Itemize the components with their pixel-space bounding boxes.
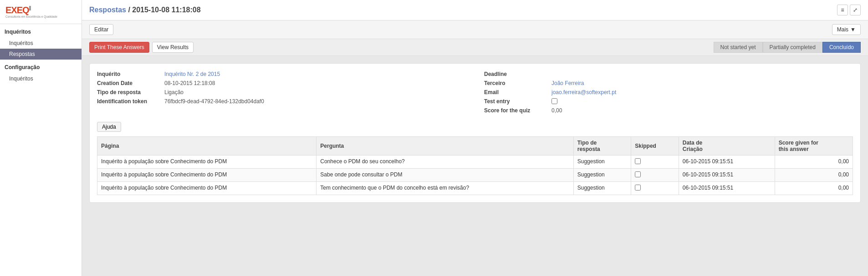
cell-page-0: Inquérito à população sobre Conhecimento…: [97, 156, 317, 169]
cell-date-1: 06-10-2015 09:15:51: [679, 169, 775, 182]
view-results-button[interactable]: View Results: [152, 42, 194, 53]
cell-page-1: Inquérito à população sobre Conhecimento…: [97, 169, 317, 182]
list-icon-button[interactable]: ≡: [837, 5, 848, 15]
logo-subtitle: Consultoria em Excelência e Qualidade: [5, 15, 76, 18]
sidebar: EXEQ|| Consultoria em Excelência e Quali…: [0, 0, 82, 276]
sidebar-section-title-inquéritos[interactable]: Inquéritos: [0, 26, 82, 38]
sidebar-section-inquéritos: Inquéritos Inquéritos Respostas: [0, 26, 82, 60]
label-token: Identification token: [97, 98, 161, 105]
breadcrumb: Respostas / 2015-10-08 11:18:08: [89, 6, 201, 14]
label-deadline: Deadline: [484, 71, 548, 77]
col-skipped: Skipped: [631, 137, 679, 156]
label-creation: Creation Date: [97, 80, 161, 86]
mais-label: Mais: [837, 26, 848, 33]
progress-concluido: Concluído: [822, 42, 861, 53]
info-grid: Inquérito Inquérito Nr. 2 de 2015 Creati…: [97, 71, 853, 116]
skipped-checkbox-0[interactable]: [635, 158, 641, 164]
label-test: Test entry: [484, 98, 548, 105]
cell-score-2: 0,00: [775, 182, 853, 195]
label-tipo: Tipo de resposta: [97, 89, 161, 95]
main-content: Respostas / 2015-10-08 11:18:08 ≡ ⤢ Edit…: [82, 0, 868, 276]
sidebar-item-inquéritos[interactable]: Inquéritos: [0, 38, 82, 49]
table-row: Inquérito à população sobre Conhecimento…: [97, 169, 853, 182]
content-body: Inquérito Inquérito Nr. 2 de 2015 Creati…: [82, 56, 868, 276]
skipped-checkbox-2[interactable]: [635, 185, 641, 191]
breadcrumb-separator: /: [128, 6, 132, 14]
value-creation: 08-10-2015 12:18:08: [164, 80, 215, 86]
cell-skipped-1: [631, 169, 679, 182]
progress-partial: Partially completed: [763, 42, 822, 53]
toolbar: Editar Mais ▼: [82, 20, 868, 39]
cell-date-0: 06-10-2015 09:15:51: [679, 156, 775, 169]
value-tipo: Ligação: [164, 89, 184, 95]
top-bar: Respostas / 2015-10-08 11:18:08 ≡ ⤢: [82, 0, 868, 20]
info-row-creation: Creation Date 08-10-2015 12:18:08: [97, 80, 466, 86]
info-row-score: Score for the quiz 0,00: [484, 107, 853, 114]
cell-skipped-0: [631, 156, 679, 169]
edit-button[interactable]: Editar: [89, 24, 113, 35]
expand-icon-button[interactable]: ⤢: [850, 5, 861, 15]
info-row-token: Identification token 76fbdcf9-dead-4792-…: [97, 98, 466, 105]
value-email[interactable]: joao.ferreira@softexpert.pt: [551, 89, 616, 95]
progress-not-started: Not started yet: [714, 42, 763, 53]
mais-dropdown-icon: ▼: [850, 26, 856, 33]
col-score: Score given for this answer: [775, 137, 853, 156]
cell-score-1: 0,00: [775, 169, 853, 182]
breadcrumb-link[interactable]: Respostas: [89, 6, 126, 14]
cell-question-0: Conhece o PDM do seu concelho?: [317, 156, 573, 169]
sidebar-logo: EXEQ|| Consultoria em Excelência e Quali…: [0, 0, 82, 24]
answers-table: Página Pergunta Tipo de resposta Skipped…: [97, 136, 853, 195]
test-entry-checkbox[interactable]: [551, 98, 557, 104]
info-row-tipo: Tipo de resposta Ligação: [97, 89, 466, 95]
cell-question-1: Sabe onde pode consultar o PDM: [317, 169, 573, 182]
cell-score-0: 0,00: [775, 156, 853, 169]
value-score: 0,00: [551, 107, 562, 114]
value-inquérito[interactable]: Inquérito Nr. 2 de 2015: [164, 71, 220, 77]
cell-question-2: Tem conhecimento que o PDM do concelho e…: [317, 182, 573, 195]
sidebar-config-title: Configuração: [0, 61, 82, 73]
value-terceiro[interactable]: João Ferreira: [551, 80, 584, 86]
progress-bar: Not started yet Partially completed Conc…: [714, 42, 861, 53]
sidebar-item-respostas[interactable]: Respostas: [0, 49, 82, 60]
col-tipo: Tipo de resposta: [573, 137, 631, 156]
col-pagina: Página: [97, 137, 317, 156]
label-inquérito: Inquérito: [97, 71, 161, 77]
col-pergunta: Pergunta: [317, 137, 573, 156]
info-row-inquérito: Inquérito Inquérito Nr. 2 de 2015: [97, 71, 466, 77]
info-card: Inquérito Inquérito Nr. 2 de 2015 Creati…: [89, 63, 861, 203]
print-answers-button[interactable]: Print These Answers: [89, 42, 149, 53]
breadcrumb-current: 2015-10-08 11:18:08: [132, 6, 200, 14]
info-row-terceiro: Terceiro João Ferreira: [484, 80, 853, 86]
table-row: Inquérito à população sobre Conhecimento…: [97, 182, 853, 195]
cell-page-2: Inquérito à população sobre Conhecimento…: [97, 182, 317, 195]
ajuda-button[interactable]: Ajuda: [97, 122, 121, 132]
info-left-col: Inquérito Inquérito Nr. 2 de 2015 Creati…: [97, 71, 466, 116]
info-row-test: Test entry: [484, 98, 853, 105]
cell-tipo-1: Suggestion: [573, 169, 631, 182]
sidebar-section-configuração: Configuração Inquéritos: [0, 61, 82, 84]
info-row-deadline: Deadline: [484, 71, 853, 77]
col-data: Data de Criação: [679, 137, 775, 156]
label-email: Email: [484, 89, 548, 95]
info-row-email: Email joao.ferreira@softexpert.pt: [484, 89, 853, 95]
cell-date-2: 06-10-2015 09:15:51: [679, 182, 775, 195]
cell-skipped-2: [631, 182, 679, 195]
sidebar-item-config-inquéritos[interactable]: Inquéritos: [0, 73, 82, 84]
label-terceiro: Terceiro: [484, 80, 548, 86]
info-right-col: Deadline Terceiro João Ferreira Email jo…: [484, 71, 853, 116]
skipped-checkbox-1[interactable]: [635, 171, 641, 177]
cell-tipo-2: Suggestion: [573, 182, 631, 195]
mais-button[interactable]: Mais ▼: [832, 24, 861, 35]
action-bar: Print These Answers View Results Not sta…: [82, 39, 868, 56]
value-token: 76fbdcf9-dead-4792-84ed-132dbd04daf0: [164, 98, 264, 105]
table-row: Inquérito à população sobre Conhecimento…: [97, 156, 853, 169]
label-score: Score for the quiz: [484, 107, 548, 114]
cell-tipo-0: Suggestion: [573, 156, 631, 169]
